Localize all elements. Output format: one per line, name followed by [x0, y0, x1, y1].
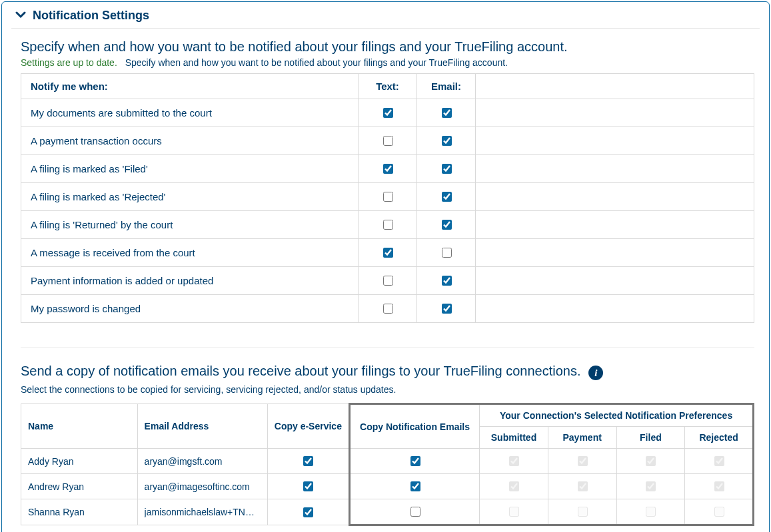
conn-email: aryan@imgsft.com — [137, 449, 267, 474]
notify-header-email: Email: — [417, 74, 476, 99]
notify-text-checkbox[interactable] — [383, 108, 393, 118]
panel-title: Notification Settings — [33, 9, 149, 23]
notify-email-checkbox[interactable] — [442, 136, 452, 146]
notify-row-label: My documents are submitted to the court — [21, 99, 359, 127]
conn-name: Andrew Ryan — [21, 474, 138, 499]
notify-header-blank — [476, 74, 754, 99]
notify-row-label: Payment information is added or updated — [21, 267, 359, 295]
copy-notif-checkbox[interactable] — [410, 507, 420, 517]
conn-header-filed: Filed — [616, 427, 685, 449]
table-row: My documents are submitted to the court — [21, 99, 754, 127]
pref-payment-checkbox — [578, 456, 588, 466]
copy-eservice-checkbox[interactable] — [303, 456, 313, 466]
conn-header-payment: Payment — [548, 427, 616, 449]
pref-submitted-checkbox — [509, 507, 519, 517]
notify-row-label: A filing is marked as 'Rejected' — [21, 183, 359, 211]
sub-description: Specify when and how you want to be noti… — [125, 57, 508, 68]
table-row: A filing is marked as 'Rejected' — [21, 183, 754, 211]
notification-settings-panel: Notification Settings Specify when and h… — [1, 1, 770, 532]
connections-title: Send a copy of notification emails you r… — [21, 364, 580, 378]
info-icon[interactable]: i — [588, 366, 603, 380]
notify-text-checkbox[interactable] — [383, 164, 393, 174]
notify-row-label: A message is received from the court — [21, 239, 359, 267]
notify-table: Notify me when: Text: Email: My document… — [21, 73, 754, 323]
pref-submitted-checkbox — [509, 456, 519, 466]
conn-email: aryan@imagesoftinc.com — [137, 474, 267, 499]
copy-notif-checkbox[interactable] — [410, 481, 420, 491]
table-row: Shanna Ryanjamisonmichaelslaw+TN@... — [21, 499, 754, 525]
conn-header-prefs: Your Connection's Selected Notification … — [480, 404, 754, 427]
copy-eservice-checkbox[interactable] — [303, 481, 313, 491]
notify-row-label: A filing is 'Returned' by the court — [21, 211, 359, 239]
blank-cell — [476, 239, 754, 267]
connections-desc: Select the connections to be copied for … — [21, 384, 754, 395]
notify-email-checkbox[interactable] — [442, 276, 452, 286]
notify-email-checkbox[interactable] — [442, 304, 452, 314]
notify-row-label: My password is changed — [21, 295, 359, 323]
pref-submitted-checkbox — [509, 481, 519, 491]
notify-text-checkbox[interactable] — [383, 304, 393, 314]
conn-name: Shanna Ryan — [21, 499, 138, 525]
notify-row-label: A payment transaction occurs — [21, 127, 359, 155]
blank-cell — [476, 295, 754, 323]
section-title: Specify when and how you want to be noti… — [21, 39, 754, 55]
notify-email-checkbox[interactable] — [442, 220, 452, 230]
conn-header-email: Email Address — [137, 404, 267, 449]
connections-table: Name Email Address Copy e-Service Copy N… — [21, 403, 754, 526]
notify-row-label: A filing is marked as 'Filed' — [21, 155, 359, 183]
pref-rejected-checkbox — [714, 481, 724, 491]
pref-payment-checkbox — [578, 507, 588, 517]
table-row: Addy Ryanaryan@imgsft.com — [21, 449, 754, 474]
pref-rejected-checkbox — [714, 456, 724, 466]
conn-header-name: Name — [21, 404, 138, 449]
conn-header-copy-eservice: Copy e-Service — [267, 404, 349, 449]
conn-email: jamisonmichaelslaw+TN@... — [137, 499, 267, 525]
table-row: Andrew Ryanaryan@imagesoftinc.com — [21, 474, 754, 499]
notify-text-checkbox[interactable] — [383, 220, 393, 230]
notify-email-checkbox[interactable] — [442, 164, 452, 174]
table-row: My password is changed — [21, 295, 754, 323]
panel-header[interactable]: Notification Settings — [2, 2, 769, 27]
notify-email-checkbox[interactable] — [442, 108, 452, 118]
table-row: A filing is marked as 'Filed' — [21, 155, 754, 183]
notify-text-checkbox[interactable] — [383, 248, 393, 258]
notify-email-checkbox[interactable] — [442, 192, 452, 202]
table-row: A message is received from the court — [21, 239, 754, 267]
conn-header-submitted: Submitted — [480, 427, 548, 449]
table-row: Payment information is added or updated — [21, 267, 754, 295]
copy-notif-checkbox[interactable] — [410, 456, 420, 466]
conn-header-rejected: Rejected — [685, 427, 754, 449]
blank-cell — [476, 267, 754, 295]
notify-header-label: Notify me when: — [21, 74, 359, 99]
blank-cell — [476, 99, 754, 127]
pref-rejected-checkbox — [714, 507, 724, 517]
notify-text-checkbox[interactable] — [383, 192, 393, 202]
notify-text-checkbox[interactable] — [383, 136, 393, 146]
table-row: A payment transaction occurs — [21, 127, 754, 155]
blank-cell — [476, 155, 754, 183]
blank-cell — [476, 127, 754, 155]
table-row: A filing is 'Returned' by the court — [21, 211, 754, 239]
notify-header-text: Text: — [359, 74, 417, 99]
pref-payment-checkbox — [578, 481, 588, 491]
notify-email-checkbox[interactable] — [442, 248, 452, 258]
notify-text-checkbox[interactable] — [383, 276, 393, 286]
pref-filed-checkbox — [646, 507, 656, 517]
blank-cell — [476, 183, 754, 211]
copy-eservice-checkbox[interactable] — [303, 507, 313, 517]
pref-filed-checkbox — [646, 481, 656, 491]
blank-cell — [476, 211, 754, 239]
chevron-down-icon — [15, 9, 26, 23]
status-text: Settings are up to date. — [21, 57, 117, 68]
pref-filed-checkbox — [646, 456, 656, 466]
conn-name: Addy Ryan — [21, 449, 138, 474]
conn-header-copy-notif: Copy Notification Emails — [349, 404, 479, 449]
